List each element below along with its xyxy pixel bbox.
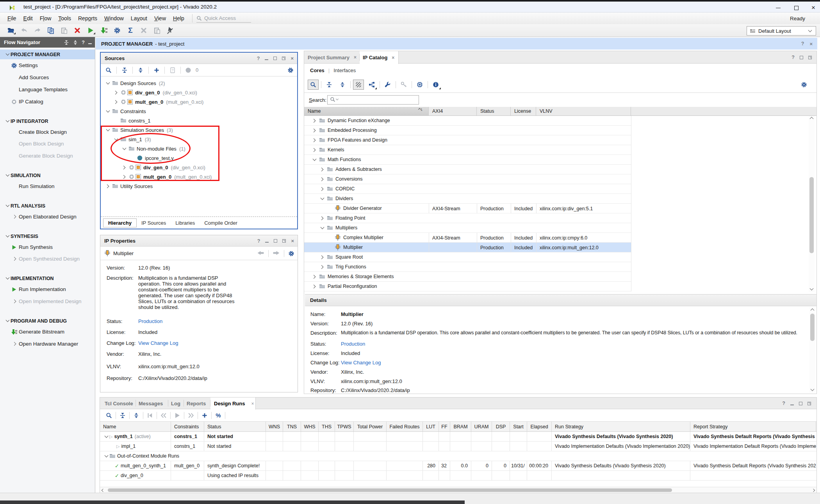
catalog-row[interactable]: Trig Functions [304, 262, 816, 272]
flow-item-add-sources[interactable]: Add Sources [0, 73, 95, 82]
source-tree-item[interactable]: constrs_1 [101, 116, 297, 125]
flow-item-open-implemented-design[interactable]: Open Implemented Design [0, 296, 95, 306]
menu-window[interactable]: Window [101, 12, 127, 24]
runs-column-tpws[interactable]: TPWS [335, 422, 354, 431]
runs-column-failed-routes[interactable]: Failed Routes [387, 422, 423, 431]
step-back-icon[interactable] [158, 411, 169, 420]
bottom-tab-tcl-console[interactable]: Tcl Console [100, 398, 136, 409]
goto-first-icon[interactable] [144, 411, 156, 420]
flow-section-project-manager[interactable]: PROJECT MANAGER [0, 50, 95, 59]
catalog-row[interactable]: FPGA Features and Design [304, 135, 816, 145]
tab-ip-catalog[interactable]: IP Catalog× [360, 51, 399, 64]
minimize-icon[interactable] [88, 41, 92, 44]
sources-tab-compile-order[interactable]: Compile Order [200, 219, 242, 227]
window-close-button[interactable]: × [808, 4, 819, 12]
toolbar-copy-button[interactable] [44, 25, 57, 35]
collapse-all-icon[interactable] [120, 67, 129, 73]
search-icon[interactable] [308, 80, 319, 90]
catalog-vertical-scrollbar[interactable] [809, 116, 815, 292]
column-axi4[interactable]: AXI4 [429, 107, 477, 115]
flow-section-rtl-analysis[interactable]: RTL ANALYSIS [0, 201, 95, 211]
menu-layout[interactable]: Layout [127, 12, 151, 24]
float-icon[interactable] [282, 239, 286, 243]
runs-row[interactable]: ▷impl_1constrs_1Not startedVivado Implem… [100, 442, 816, 451]
flow-item-generate-block-design[interactable]: Generate Block Design [0, 151, 95, 161]
help-doc-icon[interactable] [168, 67, 177, 73]
toolbar-redo-button[interactable] [31, 25, 44, 35]
runs-column-ths[interactable]: THS [319, 422, 335, 431]
float-icon[interactable] [808, 56, 812, 59]
catalog-row[interactable]: Multiplier ProductionIncludedxilinx.com:… [304, 243, 816, 252]
close-icon[interactable]: × [251, 401, 254, 406]
expand-all-icon[interactable] [136, 67, 145, 73]
flow-item-settings[interactable]: Settings [0, 60, 95, 70]
maximize-icon[interactable] [273, 57, 277, 60]
flow-item-run-simulation[interactable]: Run Simulation [0, 181, 95, 191]
help-icon[interactable]: ? [791, 55, 795, 60]
runs-column-tns[interactable]: TNS [283, 422, 301, 431]
catalog-row[interactable]: Floating Point [304, 213, 816, 223]
catalog-row[interactable]: Embedded Processing [304, 126, 816, 135]
runs-row[interactable]: ✓div_gen_0Using cached IP results [100, 471, 816, 481]
flow-item-open-block-design[interactable]: Open Block Design [0, 139, 95, 149]
add-sources-icon[interactable] [152, 67, 161, 73]
flow-item-create-block-design[interactable]: Create Block Design [0, 127, 95, 137]
search-icon[interactable] [104, 67, 113, 73]
close-icon[interactable]: × [291, 56, 294, 61]
back-icon[interactable] [257, 250, 264, 257]
runs-horizontal-scrollbar[interactable] [100, 487, 816, 493]
runs-column-run-strategy[interactable]: Run Strategy [552, 422, 690, 431]
layout-selector[interactable]: Default Layout [747, 26, 816, 35]
toolbar-sigma-report-button[interactable]: Σ [124, 25, 137, 35]
runs-column-report-strategy[interactable]: Report Strategy [690, 422, 816, 431]
sources-tab-ip-sources[interactable]: IP Sources [137, 219, 171, 227]
collapse-all-icon[interactable] [117, 411, 128, 420]
toolbar-open-project-button[interactable] [4, 25, 18, 35]
runs-column-dsp[interactable]: DSP [492, 422, 510, 431]
catalog-row[interactable]: Kernels [304, 145, 816, 155]
title-bar[interactable]: test_project - [D:/ProgramFiles/FPGA/tes… [0, 2, 820, 12]
help-icon[interactable]: ? [82, 40, 85, 45]
minimize-icon[interactable] [790, 402, 794, 405]
subtab-interfaces[interactable]: Interfaces [333, 67, 356, 73]
help-icon[interactable]: ? [782, 401, 785, 406]
catalog-row[interactable]: Square Root [304, 252, 816, 262]
runs-column-status[interactable]: Status [204, 422, 266, 431]
group-by-icon[interactable] [365, 79, 378, 90]
flow-item-ip-catalog[interactable]: IP Catalog [0, 97, 95, 106]
column-name[interactable]: Name [304, 107, 429, 115]
menu-tools[interactable]: Tools [55, 12, 75, 24]
toolbar-cancel-disabled-button[interactable] [137, 25, 150, 35]
gear-icon[interactable] [801, 82, 807, 88]
flow-item-language-templates[interactable]: Language Templates [0, 85, 95, 94]
runs-column-total-power[interactable]: Total Power [354, 422, 387, 431]
runs-column-uram[interactable]: URAM [471, 422, 492, 431]
toolbar-interaction-mode-button[interactable] [164, 25, 177, 35]
runs-row[interactable]: ✓mult_gen_0_synth_1mult_gen_0synth_desig… [100, 461, 816, 471]
catalog-row[interactable]: Adders & Subtracters [304, 165, 816, 174]
runs-column-start[interactable]: Start [510, 422, 527, 431]
flow-item-open-elaborated-design[interactable]: Open Elaborated Design [0, 212, 95, 222]
info-icon[interactable] [429, 79, 442, 90]
runs-column-lut[interactable]: LUT [423, 422, 439, 431]
menu-flow[interactable]: Flow [36, 12, 55, 24]
tab-project-summary[interactable]: Project Summary× [304, 51, 360, 64]
sources-tab-hierarchy[interactable]: Hierarchy [103, 218, 137, 227]
gear-icon[interactable] [287, 67, 294, 73]
ip-properties-header[interactable]: IP Properties?× [100, 235, 298, 247]
catalog-row[interactable]: Conversions [304, 174, 816, 184]
runs-row[interactable]: ▷synth_1(active)constrs_1Not startedViva… [100, 432, 816, 442]
minimize-icon[interactable] [265, 239, 269, 243]
messages-badge-icon[interactable] [184, 67, 193, 73]
catalog-row[interactable]: Dividers [304, 194, 816, 204]
close-icon[interactable]: × [354, 55, 357, 60]
menu-reports[interactable]: Reports [75, 12, 101, 24]
sources-tab-libraries[interactable]: Libraries [171, 219, 200, 227]
bottom-tab-reports[interactable]: Reports [184, 398, 210, 409]
toolbar-settings-button[interactable] [111, 25, 124, 35]
maximize-icon[interactable] [800, 56, 803, 59]
catalog-row[interactable]: Dynamic Function eXchange [304, 116, 816, 126]
filter-icon[interactable] [353, 80, 364, 90]
help-icon[interactable]: ? [257, 56, 260, 61]
runs-column-constraints[interactable]: Constraints [171, 422, 204, 431]
